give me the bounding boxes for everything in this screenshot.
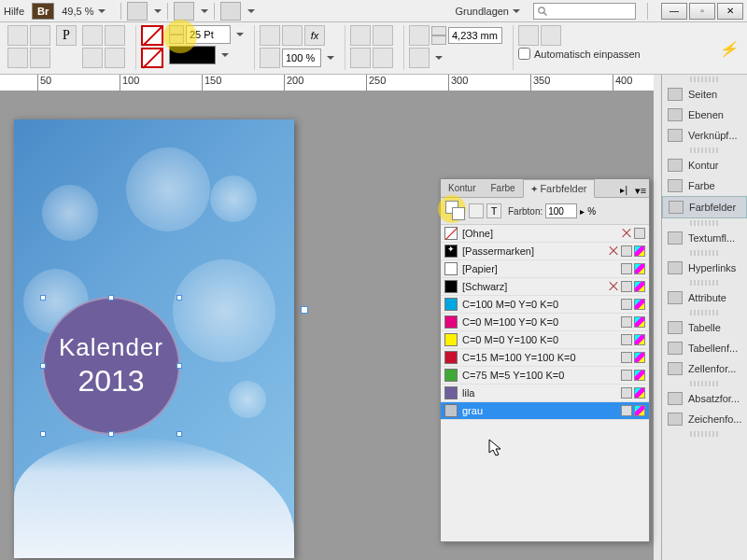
bridge-button[interactable]: Br: [32, 3, 54, 20]
autofit-label: Automatisch einpassen: [534, 49, 641, 60]
swatch-row[interactable]: grau: [441, 402, 649, 420]
document-page[interactable]: Kalender 2013: [14, 119, 294, 558]
swatch-chip-icon: [444, 262, 458, 275]
autofit-checkbox[interactable]: [518, 48, 530, 60]
dock-item-kontur[interactable]: Kontur: [662, 155, 747, 175]
color-mode-icon: [621, 387, 632, 399]
flash-icon[interactable]: ⚡: [719, 39, 738, 57]
formatting-container-icon[interactable]: [469, 203, 484, 218]
color-mode-icon: [621, 245, 632, 257]
workspace-dropdown[interactable]: Grundlagen: [448, 6, 529, 17]
fill-none-icon[interactable]: [141, 48, 163, 68]
dock-item-tabelle[interactable]: Tabelle: [662, 317, 747, 338]
dock-item-farbfelder[interactable]: Farbfelder: [662, 196, 747, 218]
fit-icon[interactable]: [541, 25, 561, 46]
swatch-chip-icon: [444, 315, 458, 329]
dock-item-absatzfor[interactable]: Absatzfor...: [662, 388, 747, 409]
ruler-mark: 350: [530, 75, 550, 91]
tool-icon[interactable]: [30, 25, 50, 46]
fill-stroke-proxy[interactable]: [445, 201, 466, 221]
dock-item-farbe[interactable]: Farbe: [662, 175, 747, 196]
offset-input[interactable]: 4,233 mm: [448, 27, 502, 44]
tool-icon[interactable]: [7, 48, 28, 68]
dock-item-label: Tabellenf...: [688, 343, 738, 354]
zoom-dropdown[interactable]: 49,5 %: [62, 6, 105, 17]
tab-farbe[interactable]: Farbe: [483, 179, 522, 197]
maximize-button[interactable]: ▫: [689, 3, 715, 20]
swatch-name: [Papier]: [462, 263, 498, 274]
effect-icon[interactable]: [260, 25, 280, 46]
frame-fit-icon[interactable]: [409, 48, 430, 68]
color-mode-icon: [621, 299, 632, 310]
align-icon[interactable]: [105, 48, 125, 68]
swatch-row[interactable]: C=0 M=0 Y=100 K=0: [441, 331, 649, 349]
offset-spinner[interactable]: [431, 26, 446, 45]
close-button[interactable]: ✕: [717, 3, 743, 20]
align-icon[interactable]: [82, 48, 103, 68]
dock-item-zeichenfo[interactable]: Zeichenfo...: [662, 409, 747, 429]
swatch-row[interactable]: [Papier]: [441, 260, 649, 278]
ruler-mark: 100: [120, 75, 139, 91]
ruler-mark: 50: [37, 75, 51, 91]
swatch-row[interactable]: [Ohne]: [441, 225, 649, 243]
effect-icon[interactable]: [282, 25, 303, 46]
dock-item-attribute[interactable]: Attribute: [662, 287, 747, 308]
dock-item-ebenen[interactable]: Ebenen: [662, 105, 747, 125]
minimize-button[interactable]: —: [661, 3, 687, 20]
help-menu[interactable]: Hilfe: [4, 6, 24, 17]
view-option-2-icon[interactable]: [174, 2, 194, 21]
swatch-row[interactable]: C=15 M=100 Y=100 K=0: [441, 349, 649, 367]
ruler-mark: 300: [448, 75, 468, 91]
align-icon[interactable]: [105, 25, 125, 46]
panel-icon: [668, 321, 683, 334]
tint-input[interactable]: [545, 203, 577, 218]
opacity-icon[interactable]: [260, 48, 280, 68]
align-icon[interactable]: [82, 25, 103, 46]
view-option-1-icon[interactable]: [127, 2, 148, 21]
text-outport-icon[interactable]: [301, 306, 308, 314]
dock-item-verknpf[interactable]: Verknüpf...: [662, 125, 747, 146]
swatch-row[interactable]: C=0 M=100 Y=0 K=0: [441, 314, 649, 331]
fx-icon[interactable]: fx: [304, 25, 325, 46]
horizontal-ruler[interactable]: 50100150200250300350400: [0, 75, 654, 91]
dock-item-zellenfor[interactable]: Zellenfor...: [662, 358, 747, 379]
arrange-icon[interactable]: [220, 2, 241, 21]
search-input[interactable]: [533, 3, 636, 20]
swatch-row[interactable]: lila: [441, 385, 649, 402]
color-type-icon: [634, 405, 645, 416]
panel-cycle-icon[interactable]: ▸|: [615, 183, 632, 197]
color-type-icon: [634, 281, 645, 292]
dock-item-label: Zellenfor...: [688, 363, 736, 374]
frame-fit-icon[interactable]: [409, 25, 430, 46]
char-format-icon[interactable]: P: [56, 25, 77, 46]
tab-kontur[interactable]: Kontur: [441, 179, 483, 197]
wrap-icon[interactable]: [350, 48, 371, 68]
fit-icon[interactable]: [518, 25, 539, 46]
wrap-icon[interactable]: [350, 25, 371, 46]
swatch-row[interactable]: [Passermarken]: [441, 243, 649, 260]
panel-menu-icon[interactable]: ▾≡: [632, 185, 649, 197]
formatting-text-icon[interactable]: T: [486, 203, 501, 218]
swatch-row[interactable]: C=100 M=0 Y=0 K=0: [441, 296, 649, 314]
tab-farbfelder[interactable]: ✦ Farbfelder: [523, 179, 595, 198]
svg-point-0: [539, 7, 544, 12]
color-mode-icon: [621, 316, 632, 328]
stroke-none-icon[interactable]: [141, 25, 163, 46]
swatch-row[interactable]: [Schwarz]: [441, 278, 649, 296]
ruler-mark: 400: [613, 75, 632, 91]
calendar-title-circle[interactable]: Kalender 2013: [42, 297, 180, 435]
color-mode-icon: [621, 263, 632, 274]
dock-item-hyperlinks[interactable]: Hyperlinks: [662, 258, 747, 278]
swatch-row[interactable]: C=75 M=5 Y=100 K=0: [441, 367, 649, 385]
dock-item-seiten[interactable]: Seiten: [662, 84, 747, 105]
dock-item-tabellenf[interactable]: Tabellenf...: [662, 338, 747, 358]
chevron-down-icon: [513, 9, 520, 13]
dock-item-textumfl[interactable]: Textumfl...: [662, 228, 747, 248]
opacity-input[interactable]: 100 %: [282, 49, 321, 67]
wrap-icon[interactable]: [373, 48, 393, 68]
color-mode-icon: [621, 334, 632, 345]
swatch-chip-icon: [444, 351, 458, 364]
tool-icon[interactable]: [7, 25, 28, 46]
wrap-icon[interactable]: [373, 25, 393, 46]
tool-icon[interactable]: [30, 48, 50, 68]
